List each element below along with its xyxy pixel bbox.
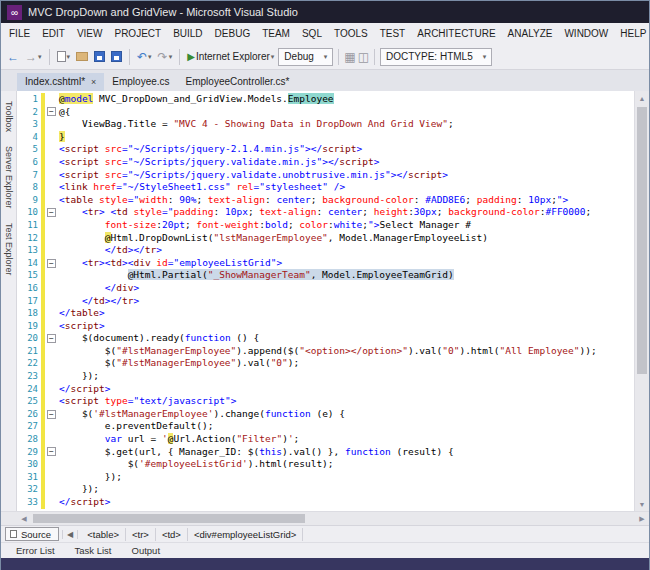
menu-item-test[interactable]: TEST xyxy=(374,25,412,42)
fold-toggle-icon[interactable]: − xyxy=(47,208,56,217)
menu-item-project[interactable]: PROJECT xyxy=(108,25,167,42)
code-line[interactable]: 21 $("#lstManagerEmployee").append($("<o… xyxy=(17,345,634,358)
menu-item-edit[interactable]: EDIT xyxy=(36,25,71,42)
code-editor[interactable]: 1@model MVC_DropDown_and_GridView.Models… xyxy=(17,91,649,511)
tab-index-cshtml[interactable]: Index.cshtml*× xyxy=(17,73,104,91)
code-line[interactable]: 11 font-size:20pt; font-weight:bold; col… xyxy=(17,219,634,232)
horizontal-scrollbar[interactable]: ◀ ▶ xyxy=(1,511,649,525)
code-line[interactable]: 1@model MVC_DropDown_and_GridView.Models… xyxy=(17,93,634,106)
token: script xyxy=(65,395,99,406)
code-line[interactable]: 19<script> xyxy=(17,320,634,333)
code-line[interactable]: 14− <tr><td><div id="employeeListGrid"> xyxy=(17,257,634,270)
scroll-left-icon[interactable]: ◀ xyxy=(17,515,31,523)
navigate-back-button[interactable]: ← xyxy=(5,47,21,67)
menu-item-architecture[interactable]: ARCHITECTURE xyxy=(411,25,501,42)
code-line[interactable]: 26− $('#lstManagerEmployee').change(func… xyxy=(17,408,634,421)
vertical-scroll-track[interactable] xyxy=(635,105,649,497)
code-line[interactable]: 32 }); xyxy=(17,483,634,496)
save-all-button[interactable] xyxy=(109,47,124,67)
find-in-files-icon[interactable]: ▦ xyxy=(344,51,355,63)
code-line[interactable]: 8<link href="~/StyleSheet1.css" rel="sty… xyxy=(17,181,634,194)
code-line[interactable]: 29− $.get(url, { Manager_ID: $(this).val… xyxy=(17,446,634,459)
code-line[interactable]: 17 </td></tr> xyxy=(17,295,634,308)
fold-toggle-icon[interactable]: − xyxy=(47,447,56,456)
undo-button[interactable]: ↶▾ xyxy=(135,47,154,67)
menu-item-tools[interactable]: TOOLS xyxy=(328,25,374,42)
main-area: ToolboxServer ExplorerTest Explorer 1@mo… xyxy=(1,91,649,511)
panel-tab-task-list[interactable]: Task List xyxy=(66,544,121,557)
breadcrumb-item[interactable]: <table> xyxy=(81,528,126,541)
tab-employeecontroller-cs[interactable]: EmployeeController.cs* xyxy=(178,73,298,91)
solution-configuration-dropdown[interactable]: Debug▾ xyxy=(278,48,333,66)
navigate-forward-button[interactable]: →▾ xyxy=(23,47,44,67)
scroll-up-icon[interactable]: ▲ xyxy=(635,91,649,105)
panel-tab-error-list[interactable]: Error List xyxy=(7,544,64,557)
code-line[interactable]: 31 }); xyxy=(17,471,634,484)
code-line[interactable]: 33</script> xyxy=(17,496,634,509)
horizontal-scroll-track[interactable] xyxy=(31,512,635,525)
doctype-dropdown[interactable]: DOCTYPE: HTML5▾ xyxy=(380,48,492,66)
code-line[interactable]: 16 </div> xyxy=(17,282,634,295)
menu-item-view[interactable]: VIEW xyxy=(71,25,109,42)
code-line[interactable]: 18</table> xyxy=(17,307,634,320)
code-line[interactable]: 30 $('#employeeListGrid').html(result); xyxy=(17,458,634,471)
code-line[interactable]: 15 @Html.Partial("_ShowManagerTeam", Mod… xyxy=(17,269,634,282)
save-button[interactable] xyxy=(92,47,107,67)
fold-toggle-icon[interactable]: − xyxy=(47,107,56,116)
token: center xyxy=(328,206,362,217)
side-tab-toolbox[interactable]: Toolbox xyxy=(4,101,14,132)
panel-tab-output[interactable]: Output xyxy=(123,544,170,557)
breadcrumb-item[interactable]: <div#employeeListGrid> xyxy=(188,528,303,541)
vertical-scroll-thumb[interactable] xyxy=(637,107,647,374)
token: ).html( xyxy=(459,345,499,356)
code-line[interactable]: 5<script src="~/Scripts/jquery-2.1.4.min… xyxy=(17,143,634,156)
code-line[interactable]: 7<script src="~/Scripts/jquery.validate.… xyxy=(17,169,634,182)
code-line[interactable]: 20− $(document).ready(function () { xyxy=(17,332,634,345)
code-line[interactable]: 4} xyxy=(17,131,634,144)
fold-toggle-icon[interactable]: − xyxy=(47,259,56,268)
side-tab-server-explorer[interactable]: Server Explorer xyxy=(4,146,14,209)
menu-item-file[interactable]: FILE xyxy=(3,25,36,42)
new-file-button[interactable]: ▾ xyxy=(55,47,73,67)
code-area[interactable]: 1@model MVC_DropDown_and_GridView.Models… xyxy=(17,91,634,511)
start-debug-button[interactable]: ▶Internet Explorer▾ xyxy=(185,47,276,67)
source-view-button[interactable]: Source xyxy=(5,527,59,541)
menu-item-help[interactable]: HELP xyxy=(614,25,650,42)
token: padding xyxy=(477,194,517,205)
menu-item-sql[interactable]: SQL xyxy=(296,25,328,42)
solution-explorer-icon[interactable]: ◫ xyxy=(358,51,369,63)
code-line[interactable]: 28 var url = '@Url.Action("Filter")'; xyxy=(17,433,634,446)
fold-toggle-icon[interactable]: − xyxy=(47,334,56,343)
menu-item-window[interactable]: WINDOW xyxy=(558,25,614,42)
code-line[interactable]: 9<table style="width: 90%; text-align: c… xyxy=(17,194,634,207)
menu-item-analyze[interactable]: ANALYZE xyxy=(502,25,559,42)
side-tab-test-explorer[interactable]: Test Explorer xyxy=(4,223,14,276)
code-line[interactable]: 25<script type="text/javascript"> xyxy=(17,395,634,408)
menu-item-debug[interactable]: DEBUG xyxy=(209,25,257,42)
open-file-button[interactable] xyxy=(74,47,90,67)
code-line[interactable]: 22 $("#lstManagerEmployee").val("0"); xyxy=(17,357,634,370)
breadcrumb-item[interactable]: <td> xyxy=(156,528,188,541)
fold-toggle-icon[interactable]: − xyxy=(47,410,56,419)
redo-button[interactable]: ↷▾ xyxy=(156,47,175,67)
code-line[interactable]: 27 e.preventDefault(); xyxy=(17,420,634,433)
code-line[interactable]: 2−@{ xyxy=(17,106,634,119)
breadcrumb-item[interactable]: <tr> xyxy=(126,528,156,541)
code-line[interactable]: 23 }); xyxy=(17,370,634,383)
code-line[interactable]: 24</script> xyxy=(17,383,634,396)
code-line[interactable]: 12 @Html.DropDownList("lstManagerEmploye… xyxy=(17,232,634,245)
scroll-right-icon[interactable]: ▶ xyxy=(635,515,649,523)
menu-item-team[interactable]: TEAM xyxy=(256,25,296,42)
horizontal-scroll-thumb[interactable] xyxy=(33,514,305,523)
vertical-scrollbar[interactable]: ▲ ▼ xyxy=(634,91,649,511)
tab-employee-cs[interactable]: Employee.cs xyxy=(104,73,177,91)
code-line[interactable]: 6<script src="~/Scripts/jquery.validate.… xyxy=(17,156,634,169)
menu-item-build[interactable]: BUILD xyxy=(167,25,208,42)
token: ; xyxy=(311,194,322,205)
close-icon[interactable]: × xyxy=(91,77,96,87)
code-line[interactable]: 10− <tr> <td style="padding: 10px; text-… xyxy=(17,206,634,219)
scroll-down-icon[interactable]: ▼ xyxy=(635,497,649,511)
breadcrumb-back-icon[interactable]: ◀ xyxy=(62,530,78,539)
code-line[interactable]: 3 ViewBag.Title = "MVC 4 - Showing Data … xyxy=(17,118,634,131)
code-line[interactable]: 13 </td></tr> xyxy=(17,244,634,257)
